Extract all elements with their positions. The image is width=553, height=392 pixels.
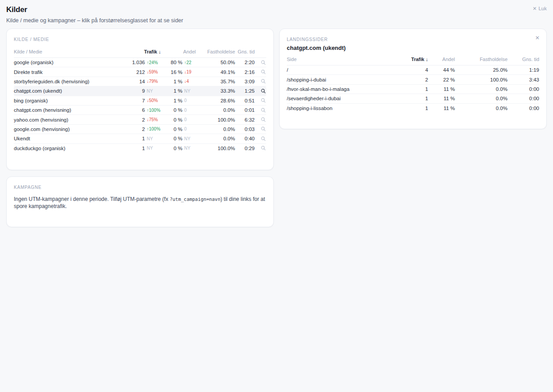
close-icon: ✕ [532,6,536,11]
avg-time-value: 2:16 [235,69,255,75]
column-header-andel[interactable]: Andel [161,49,196,54]
share-value: 1 % [161,79,182,84]
table-row: duckduckgo (organisk)1NY0 %NY100.0%0:29 [14,144,266,153]
magnifier-icon [261,136,266,141]
avg-time-value: 0:00 [508,86,539,92]
page-path: /sevaerdigheder-i-dubai [287,96,401,101]
close-icon: ✕ [535,35,540,41]
magnifier-button[interactable] [261,79,266,84]
avg-time-value: 0:51 [235,98,255,103]
retention-value: 25.0% [455,67,508,73]
traffic-value: 4 [401,67,428,73]
magnifier-icon [261,89,266,94]
table-row: google.com (henvisning)2↑100%0 %00.0%0:0… [14,125,266,134]
share-value: 0 % [161,107,182,113]
retention-value: 0.0% [455,106,508,111]
avg-time-value: 0:01 [235,107,255,113]
traffic-change: ↑24% [145,60,161,65]
avg-time-value: 3:43 [508,77,539,82]
traffic-value: 9 [120,88,145,94]
close-button[interactable]: ✕ Luk [532,6,547,11]
traffic-value: 1 [401,96,428,101]
landing-pages-panel: LANDINGSSIDER ✕ chatgpt.com (ukendt) Sid… [279,29,547,129]
source-name: google (organisk) [14,60,120,65]
magnifier-button[interactable] [261,98,266,103]
magnifier-icon [261,60,266,65]
retention-value: 0.0% [455,96,508,101]
landing-table-header: Side Trafik ↓ Andel Fastholdelse Gns. ti… [287,57,539,65]
page-title: Kilder [6,5,547,14]
share-value: 0 % [161,136,182,141]
column-header-andel[interactable]: Andel [428,57,455,62]
traffic-change: ↓79% [145,79,161,84]
column-header-trafik[interactable]: Trafik ↓ [120,49,161,54]
traffic-value: 14 [120,79,145,84]
magnifier-button[interactable] [261,89,266,94]
page-path: /hvor-skal-man-bo-i-malaga [287,86,401,92]
source-name: Direkte trafik [14,69,120,75]
magnifier-icon [261,117,266,122]
retention-value: 49.1% [196,69,235,75]
traffic-value: 2 [120,117,145,122]
share-change: NY [182,136,196,141]
column-header-kilde-medie[interactable]: Kilde / Medie [14,49,120,54]
retention-value: 100.0% [196,117,235,122]
source-name: chatgpt.com (henvisning) [14,107,120,113]
table-row: storbyferieguiden.dk (henvisning)14↓79%1… [14,77,266,86]
magnifier-button[interactable] [261,108,266,113]
magnifier-button[interactable] [261,69,266,74]
share-value: 1 % [161,98,182,103]
landing-panel-label: LANDINGSSIDER [287,37,539,42]
traffic-change: NY [145,146,161,151]
traffic-change: ↓59% [145,69,161,74]
share-value: 44 % [428,67,455,73]
column-header-trafik[interactable]: Trafik ↓ [401,57,428,62]
share-value: 0 % [161,127,182,132]
row-actions [255,136,266,141]
magnifier-button[interactable] [261,136,266,141]
retention-value: 100.0% [455,77,508,82]
retention-value: 50.0% [196,60,235,65]
table-row: chatgpt.com (henvisning)6↑100%0 %00.0%0:… [14,106,266,115]
share-value: 22 % [428,77,455,82]
magnifier-button[interactable] [261,60,266,65]
avg-time-value: 0:03 [235,127,255,132]
magnifier-button[interactable] [261,117,266,122]
landing-panel-close-button[interactable]: ✕ [535,35,540,41]
page-path: /shopping-i-dubai [287,77,401,82]
share-change: 0 [182,127,196,131]
share-value: 0 % [161,117,182,122]
source-panel-label: KILDE / MEDIE [14,37,266,42]
campaign-panel: KAMPAGNE Ingen UTM-kampagner i denne per… [6,176,274,227]
traffic-value: 2 [401,77,428,82]
row-actions [255,98,266,103]
row-actions [255,89,266,94]
column-header-gns-tid[interactable]: Gns. tid [235,49,255,54]
magnifier-button[interactable] [261,127,266,131]
source-name: bing (organisk) [14,98,120,103]
traffic-value: 1 [120,136,145,141]
table-row: /hvor-skal-man-bo-i-malaga111 %0.0%0:00 [287,85,539,94]
source-name: yahoo.com (henvisning) [14,117,120,122]
column-header-gns-tid[interactable]: Gns. tid [508,57,539,62]
retention-value: 100.0% [196,146,235,151]
table-row: /444 %25.0%1:19 [287,65,539,75]
retention-value: 0.0% [196,107,235,113]
share-change: 0 [182,108,196,113]
magnifier-button[interactable] [261,146,266,151]
column-header-fastholdelse[interactable]: Fastholdelse [196,49,235,54]
avg-time-value: 1:25 [235,88,255,94]
source-name: google.com (henvisning) [14,127,120,132]
page-subtitle: Kilde / medie og kampagner – klik på for… [6,17,547,24]
traffic-change: NY [145,136,161,141]
column-header-fastholdelse[interactable]: Fastholdelse [455,57,508,62]
traffic-value: 1 [401,106,428,111]
landing-panel-title: chatgpt.com (ukendt) [287,45,539,51]
table-row: yahoo.com (henvisning)2↓75%0 %0100.0%6:3… [14,115,266,124]
traffic-value: 7 [120,98,145,103]
column-header-side[interactable]: Side [287,57,401,62]
share-value: 11 % [428,106,455,111]
campaign-panel-label: KAMPAGNE [14,185,266,190]
source-table-body: google (organisk)1.036↑24%80 %↑2250.0%2:… [14,58,266,153]
traffic-value: 1 [401,86,428,92]
